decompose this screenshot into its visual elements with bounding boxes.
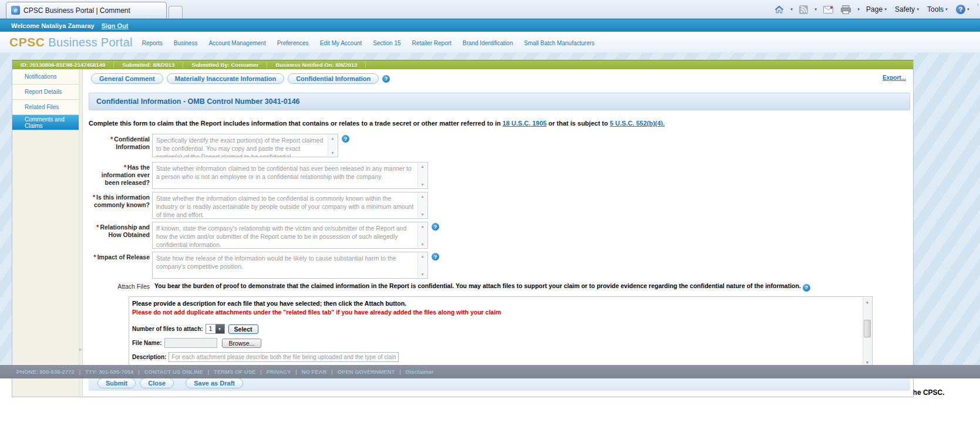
report-notified-date: Business Notified On: 8/6/2013 xyxy=(267,62,366,68)
impact-of-release-textarea[interactable] xyxy=(153,252,427,278)
scroll-up-icon[interactable]: ▲ xyxy=(863,297,871,306)
link-18-usc-1905[interactable]: 18 U.S.C. 1905 xyxy=(503,120,547,127)
nav-edit-my-account[interactable]: Edit My Account xyxy=(320,40,362,46)
textarea-scrollbar[interactable]: ▲▼ xyxy=(417,163,427,188)
required-marker: * xyxy=(124,164,126,171)
ie-help-button[interactable]: ? ▼ xyxy=(954,4,972,15)
browser-command-bar: ▼ ▼ ▼ Page▼ Safety▼ Tools▼ ? ▼ xyxy=(773,2,972,16)
tabs-help-icon[interactable]: ? xyxy=(382,75,390,83)
intro-text-mid: or that is subject to xyxy=(548,120,608,127)
relationship-how-obtained-textarea[interactable] xyxy=(153,222,427,248)
page-menu[interactable]: Page▼ xyxy=(864,4,889,15)
num-files-dropdown-icon[interactable]: ▼ xyxy=(215,324,224,333)
tab-materially-inaccurate-information[interactable]: Materially Inaccurate Information xyxy=(167,73,284,84)
confidential-information-help-icon[interactable]: ? xyxy=(342,135,349,143)
attach-instruction: Please provide a description for each fi… xyxy=(132,300,858,307)
nav-brand-identification[interactable]: Brand Identification xyxy=(463,40,513,46)
footer-contact-us[interactable]: CONTACT US ONLINE xyxy=(144,368,203,375)
link-5-usc-552b4[interactable]: 5 U.S.C. 552(b)(4). xyxy=(610,120,665,127)
tab-confidential-information[interactable]: Confidential Information xyxy=(288,73,379,84)
nav-reports[interactable]: Reports xyxy=(142,40,163,46)
page-background: ID: 20130806-81E98-2147458149 Submitted:… xyxy=(0,53,980,378)
page-title: Confidential Information - OMB Control N… xyxy=(96,97,300,106)
print-button[interactable] xyxy=(839,4,853,15)
claim-tabs: General Comment Materially Inaccurate In… xyxy=(91,73,913,84)
nav-business[interactable]: Business xyxy=(174,40,198,46)
footer-phone: PHONE: 800-638-2772 xyxy=(16,368,75,375)
confidential-information-textarea[interactable] xyxy=(153,134,338,157)
cpsc-logo: CPSC Business Portal xyxy=(9,35,133,49)
information-released-textarea[interactable] xyxy=(153,163,427,188)
print-dropdown-caret[interactable]: ▼ xyxy=(857,8,860,11)
field-relationship-how-obtained: *Relationship and How Obtained ▲▼ ? xyxy=(89,222,913,249)
home-dropdown-caret[interactable]: ▼ xyxy=(790,8,793,11)
scrollbar-thumb[interactable] xyxy=(864,320,871,337)
commonly-known-textarea[interactable] xyxy=(153,192,427,218)
relationship-help-icon[interactable]: ? xyxy=(432,223,439,231)
footer-disclaimer-link[interactable]: Disclaimer xyxy=(406,368,434,375)
site-footer: PHONE: 800-638-2772| TTY: 301-595-7054| … xyxy=(0,365,980,378)
export-link[interactable]: Export... xyxy=(883,75,906,81)
textarea-frame: ▲▼ xyxy=(152,192,428,219)
submit-button[interactable]: Submit xyxy=(97,378,136,388)
sidebar-item-related-files[interactable]: Related Files xyxy=(12,100,79,115)
footer-no-fear[interactable]: NO FEAR xyxy=(302,368,327,375)
attach-panel-scrollbar[interactable]: ▲ ▼ xyxy=(863,297,871,366)
field-label: *Is this information commonly known? xyxy=(89,192,150,219)
page-menu-label: Page xyxy=(866,5,883,13)
nav-small-batch-manufacturers[interactable]: Small Batch Manufacturers xyxy=(524,40,594,46)
textarea-scrollbar[interactable]: ▲▼ xyxy=(417,223,427,248)
sidebar-item-comments-and-claims[interactable]: Comments and Claims xyxy=(12,115,79,130)
sidebar-splitter[interactable]: « xyxy=(79,69,83,397)
toolbar-overflow-chevron[interactable]: › xyxy=(977,1,979,8)
sidebar-item-report-details[interactable]: Report Details xyxy=(12,84,79,100)
welcome-bar: Welcome Nataliya Zamaray Sign Out xyxy=(0,19,980,32)
read-mail-button[interactable] xyxy=(821,5,835,15)
textarea-scrollbar[interactable]: ▲▼ xyxy=(417,193,427,218)
description-row: Description: xyxy=(132,352,858,362)
num-files-row: Number of files to attach: 1 ▼ Select xyxy=(132,324,858,334)
description-input[interactable] xyxy=(169,352,399,362)
tools-menu[interactable]: Tools▼ xyxy=(925,4,950,15)
nav-preferences[interactable]: Preferences xyxy=(277,40,309,46)
field-information-released: *Has the information ever been released?… xyxy=(89,162,913,189)
attach-duplicate-warning: Please do not add duplicate attachments … xyxy=(132,309,858,316)
impact-help-icon[interactable]: ? xyxy=(432,253,439,261)
textarea-scrollbar[interactable]: ▲▼ xyxy=(417,253,427,278)
safety-menu[interactable]: Safety▼ xyxy=(893,4,921,15)
ie-favicon-icon: e xyxy=(11,6,20,15)
attach-help-icon[interactable]: ? xyxy=(803,284,810,292)
feeds-dropdown-caret[interactable]: ▼ xyxy=(814,8,817,11)
nav-retailer-report[interactable]: Retailer Report xyxy=(412,40,452,46)
rss-icon xyxy=(799,5,808,14)
file-name-input[interactable] xyxy=(164,338,217,348)
select-button[interactable]: Select xyxy=(228,324,258,334)
footer-separator: | xyxy=(295,369,297,375)
textarea-scrollbar[interactable]: ▲▼ xyxy=(328,135,337,156)
burden-of-proof-text: You bear the burden of proof to demonstr… xyxy=(154,282,810,292)
sidebar-item-notifications[interactable]: Notifications xyxy=(12,69,79,84)
tab-general-comment[interactable]: General Comment xyxy=(91,73,163,84)
sign-out-link[interactable]: Sign Out xyxy=(102,22,129,29)
textarea-frame: ▲▼ xyxy=(152,134,338,157)
sidebar-collapse-icon[interactable]: « xyxy=(79,347,82,353)
footer-open-government[interactable]: OPEN GOVERNMENT xyxy=(338,368,395,375)
mail-icon xyxy=(823,6,833,13)
save-as-draft-button[interactable]: Save as Draft xyxy=(186,378,243,388)
footer-privacy[interactable]: PRIVACY xyxy=(267,368,291,375)
required-marker: * xyxy=(96,224,99,231)
footer-terms-of-use[interactable]: TERMS OF USE xyxy=(214,368,255,375)
report-id: ID: 20130806-81E98-2147458149 xyxy=(12,62,114,68)
browse-button[interactable]: Browse... xyxy=(222,339,262,348)
close-button[interactable]: Close xyxy=(140,378,174,388)
home-button[interactable] xyxy=(773,4,786,15)
intro-text: Complete this form to claim that the Rep… xyxy=(89,120,501,127)
nav-account-management[interactable]: Account Management xyxy=(208,40,265,46)
nav-section-15[interactable]: Section 15 xyxy=(373,40,400,46)
field-commonly-known: *Is this information commonly known? ▲▼ xyxy=(89,192,913,219)
printer-icon xyxy=(841,5,851,14)
new-tab-button[interactable] xyxy=(169,6,183,18)
feeds-button[interactable] xyxy=(797,4,810,15)
num-files-select[interactable]: 1 ▼ xyxy=(206,324,225,334)
browser-tab[interactable]: e CPSC Business Portal | Comment xyxy=(6,2,167,18)
